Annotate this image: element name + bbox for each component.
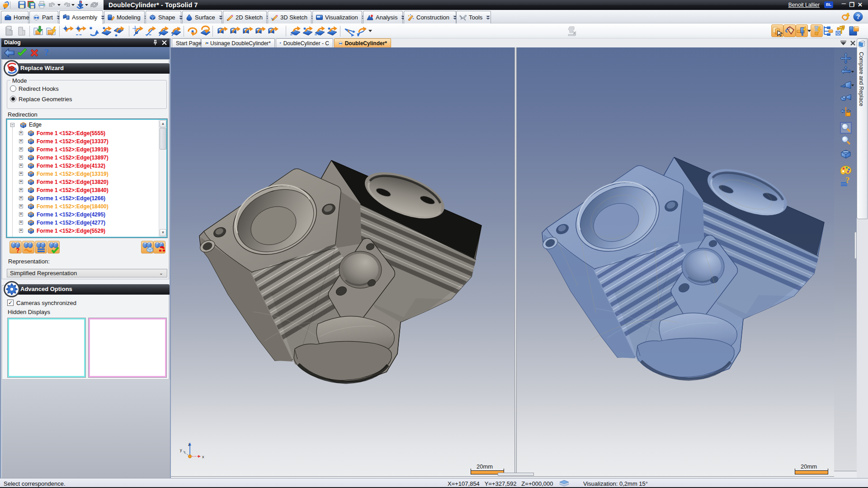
svg-text:?: ?: [44, 47, 49, 58]
svg-text:?: ?: [845, 175, 850, 185]
svg-text:z: z: [188, 442, 190, 447]
svg-text:y: y: [180, 448, 182, 452]
svg-text:?: ?: [856, 13, 860, 20]
svg-text:?: ?: [16, 247, 20, 254]
svg-text:x: x: [202, 455, 204, 459]
